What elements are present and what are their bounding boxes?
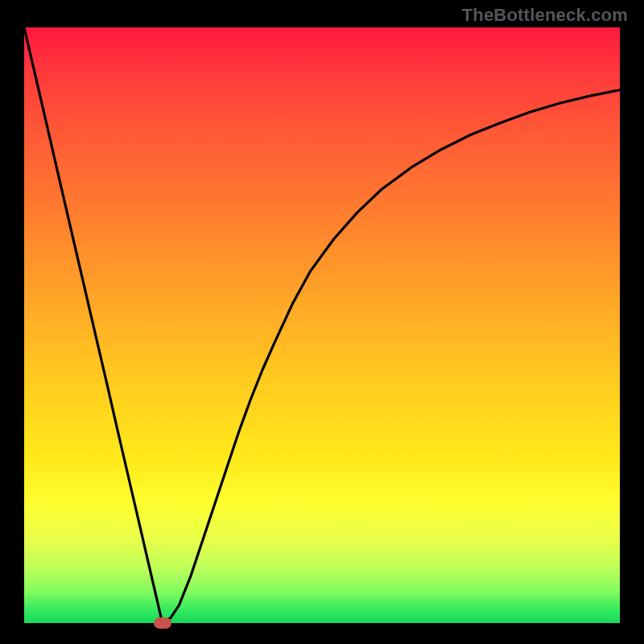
chart-plot-area xyxy=(24,27,620,623)
min-marker xyxy=(154,617,171,629)
curve-svg xyxy=(24,27,620,623)
curve-path xyxy=(24,27,620,623)
watermark-text: TheBottleneck.com xyxy=(462,5,628,26)
